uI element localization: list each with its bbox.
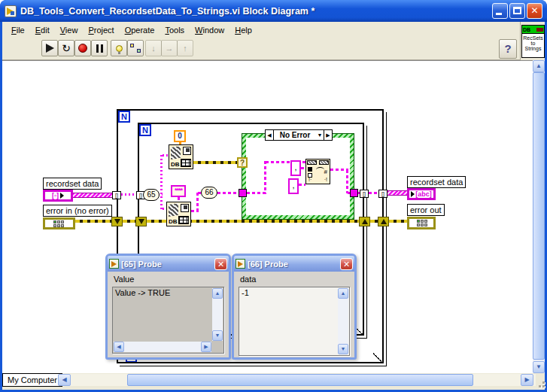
array-to-string-node[interactable]: # !··! <box>305 159 330 184</box>
menu-project[interactable]: Project <box>83 24 119 36</box>
run-continuous-icon: ↻ <box>62 42 71 54</box>
previous-case-arrow[interactable]: ◀ <box>266 130 274 140</box>
recordset-data-input-label[interactable]: recordset data <box>43 178 102 190</box>
db-variant-to-data-node-1[interactable]: → DB <box>169 144 193 169</box>
next-case-arrow[interactable]: ▶ <box>324 130 332 140</box>
highlight-execution-button[interactable] <box>111 40 127 56</box>
shift-register-right-inner[interactable] <box>359 217 370 226</box>
step-out-button[interactable]: ↑ <box>177 40 193 56</box>
probe-65-value-box[interactable]: Value -> TRUE ▲ ▼ ◀ ▶ <box>112 287 224 354</box>
run-button[interactable] <box>41 40 58 56</box>
menu-view[interactable]: View <box>55 24 84 36</box>
pause-button[interactable] <box>91 40 108 56</box>
probe-65-hscroll-track[interactable] <box>114 342 211 352</box>
db-label: DB <box>169 219 178 225</box>
db-variant-to-data-node-2[interactable]: → DB <box>166 202 191 226</box>
probe-65-titlebar[interactable]: [65] Probe ✕ <box>108 256 229 272</box>
error-out-terminal[interactable] <box>407 217 436 229</box>
canvas-scroll-up-button[interactable]: ▲ <box>533 60 545 72</box>
vi-icon-name: RecSets <box>522 35 544 41</box>
case-dropdown-icon[interactable]: ▼ <box>316 130 324 140</box>
checker-pattern <box>169 203 178 217</box>
labview-app-icon <box>5 5 17 17</box>
probe-65-scroll-down[interactable]: ▼ <box>212 330 223 341</box>
error-in-terminal[interactable] <box>43 217 75 229</box>
probe-66-scroll-down[interactable]: ▼ <box>338 344 348 354</box>
comma-string-constant-1[interactable]: , <box>290 160 301 176</box>
case-input-tunnel[interactable] <box>239 189 247 197</box>
numeric-constant-0[interactable]: 0 <box>174 130 186 142</box>
recordset-data-input-terminal[interactable]: [▫] <box>43 190 73 202</box>
output-arrow-icon <box>60 193 64 199</box>
close-button[interactable]: ✕ <box>527 3 542 19</box>
shift-register-left-inner[interactable] <box>135 217 147 226</box>
probe-66-scroll-up[interactable]: ▲ <box>338 288 348 299</box>
step-into-button[interactable]: ↓ <box>145 40 162 56</box>
input-arrow-icon <box>411 191 415 197</box>
menu-tools[interactable]: Tools <box>160 24 190 36</box>
error-out-label[interactable]: error out <box>407 204 445 216</box>
menu-edit[interactable]: Edit <box>30 24 55 36</box>
probe-65-close-button[interactable]: ✕ <box>214 258 227 270</box>
execution-target-tab[interactable]: My Computer <box>2 373 62 387</box>
retain-wire-values-button[interactable] <box>127 40 144 56</box>
canvas-scroll-right-button[interactable]: ▶ <box>521 374 533 386</box>
probe-66-marker[interactable]: 66 <box>201 187 217 199</box>
outer-loop-count-terminal[interactable]: N <box>118 111 130 123</box>
probe-66-titlebar[interactable]: [66] Probe ✕ <box>234 256 354 272</box>
comma-string-constant-2[interactable]: , <box>288 178 299 194</box>
context-help-button[interactable]: ? <box>499 39 517 59</box>
wire-variant <box>247 192 266 194</box>
probe-65-scroll-right[interactable]: ▶ <box>201 342 211 352</box>
probe-65-scroll-up[interactable]: ▲ <box>212 288 223 299</box>
menu-operate[interactable]: Operate <box>120 24 160 36</box>
inner-loop-count-terminal[interactable]: N <box>139 124 151 136</box>
case-selector-terminal[interactable]: ? <box>237 157 248 168</box>
recordset-data-output-label[interactable]: recordset data <box>407 176 466 188</box>
outer-loop-tunnel[interactable]: [] <box>112 191 121 199</box>
canvas-vscroll-thumb[interactable] <box>533 72 545 360</box>
string-array-glyph: [abc] <box>415 191 432 198</box>
canvas-hscroll-thumb[interactable] <box>127 374 473 386</box>
case-output-tunnel[interactable] <box>350 189 358 197</box>
probe-65-field-label: Value <box>114 275 134 284</box>
probe-66-value: -1 <box>242 288 249 297</box>
shift-register-left-outer[interactable] <box>111 217 123 226</box>
array-variant-glyph: [▫] <box>52 193 59 199</box>
error-cluster-icon <box>53 220 64 227</box>
case-selector-label[interactable]: ◀ No Error ▼ ▶ <box>265 129 333 141</box>
step-over-button[interactable]: → <box>161 40 178 56</box>
abort-button[interactable] <box>74 40 91 56</box>
probe-65-marker[interactable]: 65 <box>143 189 160 201</box>
resize-grip[interactable] <box>535 377 545 387</box>
shift-register-right-outer[interactable] <box>378 217 389 226</box>
probe-66-close-button[interactable]: ✕ <box>340 258 353 270</box>
wire-error <box>75 220 112 223</box>
pause-icon <box>96 44 99 53</box>
run-continuous-button[interactable]: ↻ <box>58 40 74 56</box>
variant-constant[interactable]: **** <box>171 185 186 197</box>
labview-block-diagram-window: DB_Tools_Convert_RecordsetData_To_String… <box>0 0 547 392</box>
wire-variant <box>217 192 239 194</box>
title-bar[interactable]: DB_Tools_Convert_RecordsetData_To_String… <box>0 0 547 22</box>
probe-window-65[interactable]: [65] Probe ✕ Value Value -> TRUE ▲ ▼ ◀ ▶ <box>105 254 231 360</box>
minimize-button[interactable] <box>492 3 508 19</box>
outer-loop-output-tunnel[interactable]: [] <box>378 190 387 198</box>
inner-loop-output-tunnel[interactable]: [] <box>360 190 369 198</box>
probe-65-scroll-left[interactable]: ◀ <box>114 342 124 352</box>
maximize-button[interactable] <box>509 3 525 19</box>
probe-window-66[interactable]: [66] Probe ✕ data -1 ▲ ▼ <box>232 254 357 360</box>
vi-icon[interactable]: DB RecSets to Strings <box>521 25 545 58</box>
wire-variant-branch <box>160 155 163 211</box>
probe-66-value-box[interactable]: -1 ▲ ▼ <box>239 287 350 356</box>
case-structure[interactable] <box>242 134 354 219</box>
menu-window[interactable]: Window <box>190 24 229 36</box>
error-in-label[interactable]: error in (no error) <box>43 205 112 217</box>
canvas-scroll-left-button[interactable]: ◀ <box>58 374 71 386</box>
table-glyph <box>178 216 189 224</box>
menu-file[interactable]: File <box>6 24 30 36</box>
canvas-scroll-down-button[interactable]: ▼ <box>533 361 545 373</box>
probe-66-title: [66] Probe <box>248 260 340 269</box>
recordset-data-output-terminal[interactable]: [abc] <box>407 188 436 200</box>
menu-help[interactable]: Help <box>229 24 257 36</box>
